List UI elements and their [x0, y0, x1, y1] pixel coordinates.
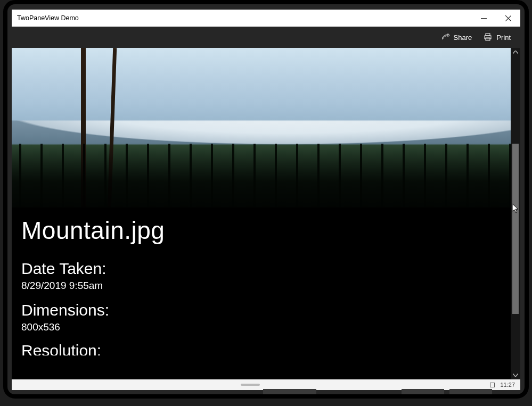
- svg-rect-1: [486, 34, 490, 36]
- grab-handle[interactable]: [241, 384, 260, 386]
- minimize-button[interactable]: [471, 10, 496, 27]
- share-icon: [441, 33, 449, 42]
- print-button[interactable]: Print: [478, 30, 516, 45]
- date-taken-value: 8/29/2019 9:55am: [21, 280, 501, 292]
- close-button[interactable]: [496, 10, 520, 27]
- close-icon: [505, 15, 511, 21]
- clock: 11:27: [500, 382, 515, 388]
- chevron-up-icon: [513, 51, 518, 54]
- print-icon: [484, 33, 492, 42]
- photo-preview: [12, 48, 511, 208]
- photo-decoration: [81, 48, 86, 208]
- dimensions-value: 800x536: [21, 321, 501, 333]
- scroll-up-button[interactable]: [511, 48, 520, 56]
- scroll-region: Mountain.jpg Date Taken: 8/29/2019 9:55a…: [12, 48, 511, 379]
- svg-rect-0: [481, 18, 487, 19]
- dimensions-label: Dimensions:: [21, 301, 501, 319]
- photo-decoration: [108, 48, 117, 208]
- date-taken-label: Date Taken:: [21, 260, 501, 278]
- share-label: Share: [454, 34, 472, 42]
- status-bar: 11:27: [12, 379, 520, 390]
- scroll-down-button[interactable]: [511, 371, 520, 379]
- status-glyph: [490, 383, 495, 387]
- app-window: TwoPaneView Demo Share: [12, 10, 520, 390]
- command-bar: Share Print: [12, 27, 520, 48]
- share-button[interactable]: Share: [436, 30, 478, 45]
- vertical-scrollbar[interactable]: [511, 48, 520, 379]
- details-pane: Mountain.jpg Date Taken: 8/29/2019 9:55a…: [12, 208, 511, 377]
- scrollbar-thumb[interactable]: [512, 144, 519, 314]
- chevron-down-icon: [513, 374, 518, 377]
- resolution-label: Resolution:: [21, 343, 501, 355]
- titlebar: TwoPaneView Demo: [12, 10, 520, 27]
- file-name: Mountain.jpg: [21, 216, 501, 245]
- print-label: Print: [496, 34, 511, 42]
- device-bezel: TwoPaneView Demo Share: [3, 0, 529, 399]
- minimize-icon: [481, 15, 487, 21]
- window-title: TwoPaneView Demo: [17, 14, 79, 22]
- content-area: Mountain.jpg Date Taken: 8/29/2019 9:55a…: [12, 48, 520, 379]
